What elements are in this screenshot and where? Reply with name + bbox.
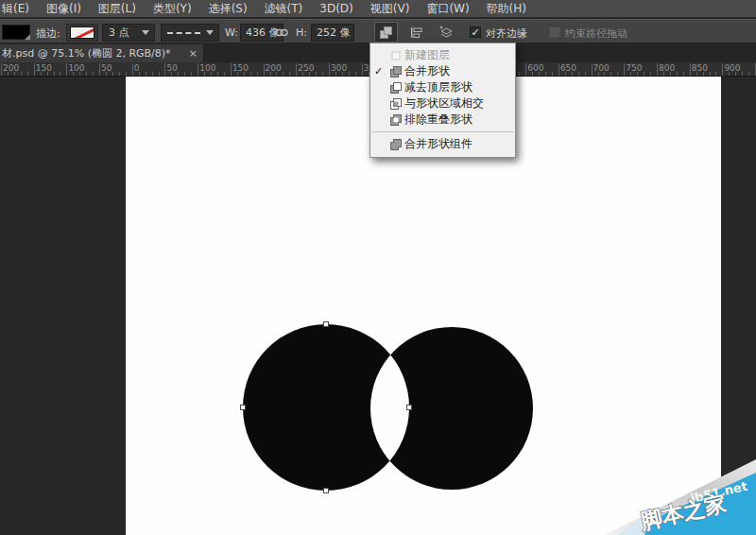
menu-window[interactable]: 窗口(W)	[418, 1, 477, 17]
ruler-label: 200	[3, 63, 19, 73]
menu-item-subtract-front-shape[interactable]: 减去顶层形状	[370, 79, 515, 95]
ruler-label: 900	[724, 63, 740, 73]
ruler-tick	[257, 72, 258, 76]
ruler-tick	[552, 72, 553, 76]
menu-item-intersect-shape-areas[interactable]: 与形状区域相交	[370, 95, 515, 112]
menu-3d[interactable]: 3D(D)	[311, 2, 361, 15]
path-operations-menu: 新建图层 ✓ 合并形状 减去顶层形状	[369, 43, 516, 158]
ruler-tick	[519, 72, 520, 76]
align-edges-label: 对齐边缘	[486, 26, 527, 41]
stroke-width-value: 3 点	[103, 26, 142, 40]
menu-item-new-layer: 新建图层	[370, 47, 515, 63]
ruler-tick	[624, 63, 625, 76]
menu-bar: 辑(E) 图像(I) 图层(L) 类型(Y) 选择(S) 滤镜(T) 3D(D)…	[0, 0, 756, 18]
ruler-tick	[748, 72, 749, 76]
align-icon	[409, 26, 423, 40]
ruler-tick	[283, 72, 284, 76]
shape-canvas[interactable]	[227, 312, 548, 515]
menu-help[interactable]: 帮助(H)	[478, 1, 535, 17]
ruler-label: 850	[692, 63, 708, 73]
document-title: 材.psd @ 75.1% (椭圆 2, RGB/8)*	[2, 46, 185, 60]
ruler-tick	[21, 72, 22, 76]
menu-image[interactable]: 图像(I)	[38, 1, 90, 17]
anchor-point-top[interactable]	[324, 322, 329, 327]
ruler-tick	[231, 63, 232, 76]
anchor-point-left[interactable]	[241, 406, 246, 410]
chevron-down-icon	[206, 30, 214, 35]
ruler-tick	[617, 72, 618, 76]
ruler-label: 750	[626, 63, 642, 73]
menu-filter[interactable]: 滤镜(T)	[256, 1, 312, 17]
checkmark-icon: ✓	[370, 65, 387, 78]
ruler-tick	[742, 72, 743, 76]
path-operations-button[interactable]	[374, 22, 398, 43]
ruler-tick	[178, 72, 179, 76]
menu-view[interactable]: 视图(V)	[362, 1, 419, 17]
ruler-tick	[146, 72, 146, 76]
ruler-label: 600	[527, 63, 543, 73]
height-input[interactable]: 252 像	[311, 24, 354, 42]
ruler-tick	[578, 72, 579, 76]
ruler-tick	[525, 63, 526, 76]
ruler-tick	[644, 72, 644, 76]
subtract-front-shape-icon	[387, 81, 404, 95]
ruler-label: 150	[36, 63, 52, 73]
exclude-overlapping-icon	[387, 113, 404, 127]
ruler-label: 250	[298, 63, 314, 73]
ruler-tick	[152, 72, 153, 76]
ruler-tick	[184, 72, 185, 76]
menu-item-merge-shapes[interactable]: ✓ 合并形状	[370, 63, 515, 79]
ruler-tick	[677, 72, 678, 76]
path-arrange-button[interactable]	[435, 22, 458, 43]
constrain-path-checkbox	[549, 26, 560, 38]
ruler-tick	[159, 72, 160, 76]
menu-item-exclude-overlapping-shapes[interactable]: 排除重叠形状	[370, 112, 515, 128]
stroke-color-swatch[interactable]	[66, 24, 98, 42]
menu-layer[interactable]: 图层(L)	[90, 1, 145, 17]
height-label: H:	[296, 26, 307, 39]
ruler-tick	[610, 72, 611, 76]
ruler-tick	[217, 72, 218, 76]
menu-type[interactable]: 类型(Y)	[145, 1, 200, 17]
ruler-tick	[585, 72, 586, 76]
menu-select[interactable]: 选择(S)	[200, 1, 256, 17]
anchor-point-bottom[interactable]	[324, 489, 329, 493]
ruler-tick	[198, 63, 198, 76]
width-label: W:	[225, 26, 238, 39]
ruler-tick	[349, 72, 350, 76]
close-icon[interactable]: ×	[189, 47, 198, 60]
constrain-path-label: 约束路径拖动	[565, 26, 627, 41]
ruler-tick	[54, 72, 55, 76]
ruler-tick	[289, 72, 290, 76]
menu-edit[interactable]: 辑(E)	[0, 1, 38, 17]
ruler-tick	[112, 72, 113, 76]
ruler-tick	[60, 72, 60, 76]
overlapping-squares-icon	[379, 26, 393, 40]
ruler-label: 650	[560, 63, 576, 73]
fill-color-swatch[interactable]	[2, 25, 30, 40]
stroke-width-dropdown[interactable]: 3 点	[102, 24, 155, 42]
stroke-type-dropdown[interactable]	[161, 24, 219, 42]
new-layer-icon	[387, 49, 404, 62]
ruler-tick	[722, 63, 723, 76]
anchor-point-right[interactable]	[407, 406, 412, 410]
ruler-label: 0	[134, 63, 140, 73]
ruler-tick	[164, 63, 165, 76]
ruler-tick	[657, 63, 658, 76]
link-dimensions-icon[interactable]	[275, 28, 288, 37]
ruler-tick	[27, 72, 28, 76]
merge-shapes-icon	[387, 65, 404, 78]
path-alignment-button[interactable]	[404, 22, 428, 43]
ruler-label: 50	[101, 63, 112, 73]
menu-item-merge-shape-components[interactable]: 合并形状组件	[370, 136, 515, 152]
ruler-tick	[224, 72, 225, 76]
ruler-tick	[329, 63, 330, 76]
ruler-tick	[545, 72, 546, 76]
document-tab[interactable]: 材.psd @ 75.1% (椭圆 2, RGB/8)* ×	[0, 44, 204, 62]
merge-shape-components-icon	[387, 138, 404, 151]
ruler-label: 700	[593, 63, 610, 73]
ruler-tick	[355, 72, 356, 76]
align-edges-checkbox[interactable]: ✓	[470, 26, 481, 38]
watermark: jb51.net 脚本之家	[605, 459, 756, 535]
no-color-icon	[70, 26, 94, 39]
